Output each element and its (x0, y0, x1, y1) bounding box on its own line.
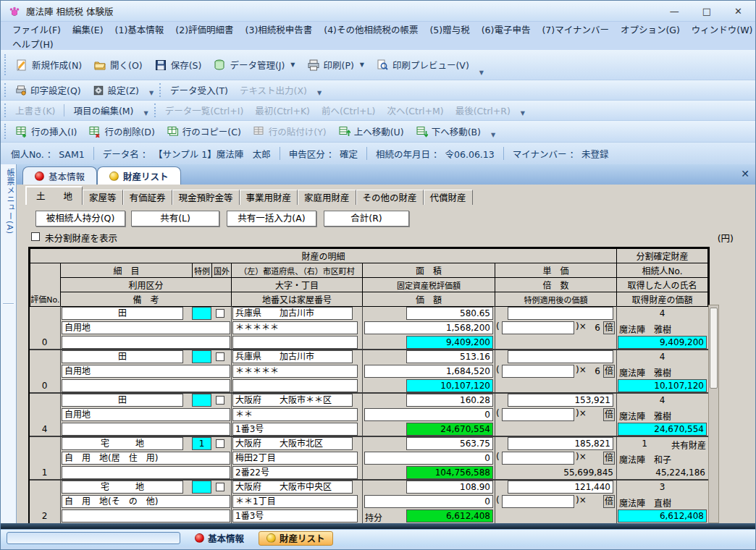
saimoku-cell[interactable]: 田 (62, 350, 183, 363)
tab-compensation-assets[interactable]: 代償財産 (424, 190, 473, 205)
next-record-button[interactable]: 次へ(Ctrl+M) (381, 102, 449, 119)
tab-cash-deposits[interactable]: 現金預貯金等 (172, 190, 240, 205)
kokugai-checkbox[interactable] (216, 439, 224, 448)
tab-buildings[interactable]: 家屋等 (83, 190, 123, 205)
baisu-input[interactable] (502, 495, 574, 508)
print-preview-button[interactable]: 印刷プレビュー(V) (370, 56, 475, 73)
kokugai-checkbox[interactable] (216, 396, 224, 405)
menu-tax-return[interactable]: (3)相続税申告書 (240, 22, 319, 36)
riyou-cell[interactable]: 自用地 (62, 408, 230, 421)
menseki-cell[interactable]: 580.65 (406, 307, 493, 320)
toolbar-overflow-icon[interactable]: ▼ (317, 90, 322, 100)
toolbar-overflow-icon[interactable]: ▼ (149, 90, 154, 100)
location-cell[interactable]: 大阪府大阪市北区 (232, 437, 353, 450)
menseki-cell[interactable]: 108.90 (406, 481, 493, 494)
chevron-down-icon[interactable]: ▼ (360, 62, 364, 68)
tanka-cell[interactable] (508, 350, 613, 363)
biko-cell[interactable] (62, 423, 230, 436)
delete-row-button[interactable]: 行の削除(D) (83, 123, 160, 140)
insert-row-button[interactable]: 行の挿入(I) (9, 123, 83, 140)
decedent-share-button[interactable]: 被相続人持分(Q) (35, 211, 125, 227)
toolbar-drag-handle[interactable] (4, 124, 6, 138)
taskbar-item-asset-list[interactable]: 財産リスト (259, 531, 333, 546)
menu-valuation[interactable]: (2)評価明細書 (169, 22, 239, 36)
kotei-cell[interactable]: 1,684,520 (364, 365, 493, 378)
prev-record-button[interactable]: 前へ(Ctrl+L) (316, 102, 381, 119)
maximize-button[interactable]: □ (702, 6, 711, 17)
biko-cell[interactable] (62, 379, 230, 392)
kokugai-checkbox[interactable] (216, 352, 224, 361)
print-setting-button[interactable]: 印字設定(Q) (9, 82, 87, 98)
toolbar-drag-handle[interactable] (4, 54, 6, 75)
show-undivided-checkbox[interactable] (31, 232, 40, 241)
toolbar-drag-handle[interactable] (4, 83, 6, 97)
saimoku-cell[interactable]: 宅 地 (62, 437, 183, 450)
copy-row-button[interactable]: 行のコピー(C) (161, 123, 247, 140)
baisu-input[interactable] (502, 365, 574, 378)
data-import-button[interactable]: データ受入(T) (164, 82, 234, 98)
setting-button[interactable]: 設定(Z) (87, 82, 145, 98)
aza-cell[interactable]: ＊＊1丁目 (232, 495, 358, 508)
toolbar-overflow-icon[interactable]: ▼ (479, 69, 484, 80)
menu-other-forms[interactable]: (4)その他相続税の帳票 (318, 22, 424, 36)
menseki-cell[interactable]: 160.28 (406, 394, 493, 407)
toolbar-drag-handle[interactable] (154, 103, 156, 117)
riyou-cell[interactable]: 自用地 (62, 321, 230, 334)
toolbar-drag-handle[interactable] (4, 103, 6, 117)
close-button[interactable]: ✕ (734, 6, 742, 17)
baisu-input[interactable] (502, 452, 574, 465)
form-menu-sidebar[interactable]: 帳票メニュー(A) (1, 164, 17, 523)
menu-edit[interactable]: 編集(E) (67, 22, 109, 36)
saimoku-cell[interactable]: 宅 地 (62, 481, 183, 494)
kotei-cell[interactable]: 0 (364, 408, 493, 421)
tanka-cell[interactable]: 153,921 (508, 394, 613, 407)
toolbar-drag-handle[interactable] (159, 83, 161, 97)
menseki-cell[interactable]: 513.16 (406, 350, 493, 363)
data-management-button[interactable]: データ管理(J) ▼ (207, 56, 301, 73)
kokugai-checkbox[interactable] (216, 309, 224, 318)
toolbar-overflow-icon[interactable]: ▼ (144, 110, 148, 120)
menu-options[interactable]: オプション(G) (615, 22, 686, 36)
aza-cell[interactable]: 梅田2丁目 (232, 452, 358, 465)
tokurei-cell[interactable]: 1 (192, 437, 211, 450)
chiban-cell[interactable]: 1番3号 (232, 509, 358, 522)
tab-basic-info[interactable]: 基本情報 (22, 166, 97, 185)
location-cell[interactable]: 兵庫県加古川市 (232, 307, 353, 320)
chiban-cell[interactable] (232, 336, 358, 349)
aza-cell[interactable]: ＊＊ (232, 408, 358, 421)
chevron-down-icon[interactable]: ▼ (290, 62, 295, 68)
tab-securities[interactable]: 有価証券 (123, 190, 172, 205)
scrollbar-thumb[interactable] (710, 308, 718, 389)
toolbar-overflow-icon[interactable]: ▼ (491, 132, 495, 142)
new-button[interactable]: 新規作成(N) (9, 56, 88, 73)
toolbar-overflow-icon[interactable]: ▼ (521, 110, 525, 120)
tokurei-cell[interactable] (192, 394, 211, 407)
tokurei-cell[interactable] (192, 481, 211, 494)
tab-asset-list[interactable]: 財産リスト (97, 166, 181, 185)
tanka-cell[interactable] (508, 307, 613, 320)
kotei-cell[interactable]: 0 (364, 452, 493, 465)
minimize-button[interactable]: — (670, 6, 679, 17)
move-up-button[interactable]: 上へ移動(U) (332, 123, 410, 140)
tanka-cell[interactable]: 121,440 (508, 481, 613, 494)
chiban-cell[interactable]: 1番3号 (232, 423, 358, 436)
tokurei-cell[interactable] (192, 350, 211, 363)
menu-file[interactable]: ファイル(F) (7, 22, 67, 36)
menu-gift-tax[interactable]: (5)贈与税 (424, 22, 475, 36)
first-record-button[interactable]: 最初(Ctrl+K) (249, 102, 316, 119)
location-cell[interactable]: 大阪府大阪市中央区 (232, 481, 353, 494)
vertical-scrollbar[interactable] (708, 305, 719, 523)
kokugai-checkbox[interactable] (216, 483, 224, 491)
riyou-cell[interactable]: 自 用 地(そ の 他) (62, 495, 230, 508)
move-down-button[interactable]: 下へ移動(B) (410, 123, 487, 140)
overwrite-button[interactable]: 上書き(K) (9, 102, 61, 119)
shared-button[interactable]: 共有(L) (131, 211, 219, 227)
aza-cell[interactable]: ＊＊＊＊＊ (232, 365, 358, 378)
edit-item-button[interactable]: 項目の編集(M) (67, 102, 139, 119)
paste-row-button[interactable]: 行の貼付け(Y) (247, 123, 332, 140)
menu-basic-info[interactable]: (1)基本情報 (109, 22, 170, 36)
aza-cell[interactable]: ＊＊＊＊＊ (232, 321, 358, 334)
tab-household-assets[interactable]: 家庭用財産 (298, 190, 356, 205)
print-button[interactable]: 印刷(P) ▼ (301, 56, 370, 73)
saimoku-cell[interactable]: 田 (62, 394, 183, 407)
